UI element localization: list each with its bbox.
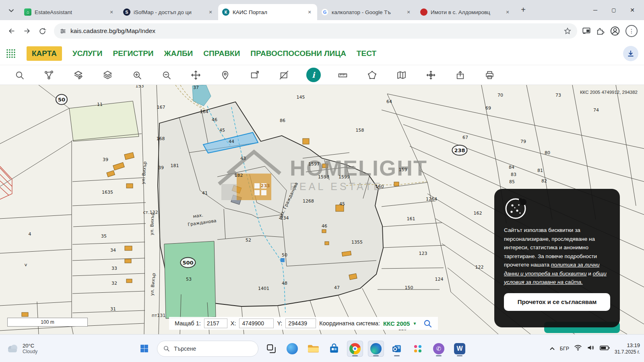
- tab-title: iSofMap - достъп до ци: [134, 9, 204, 15]
- parcel-label: 85: [509, 179, 515, 184]
- battery-icon[interactable]: [600, 345, 610, 352]
- measure-length-tool-button[interactable]: [328, 65, 357, 85]
- tab-search-button[interactable]: [6, 5, 17, 16]
- nav-item-0[interactable]: КАРТА: [27, 46, 62, 61]
- parcel-label: 67: [462, 135, 468, 140]
- start-button[interactable]: [136, 341, 152, 357]
- nav-item-2[interactable]: РЕГИСТРИ: [113, 49, 154, 58]
- zoom-in-icon: [132, 70, 142, 80]
- parcel-label: 47: [334, 285, 340, 290]
- zoom-out-icon: [161, 70, 171, 80]
- outlook-icon[interactable]: [389, 341, 405, 357]
- parcel-label: 238: [452, 145, 467, 156]
- profile-avatar[interactable]: [609, 25, 621, 37]
- tray-chevron-up-icon[interactable]: [549, 345, 555, 352]
- cookie-text-segment: и: [587, 271, 593, 277]
- clear-selection-tool-button[interactable]: [269, 65, 299, 85]
- y-coordinate-input[interactable]: [285, 319, 316, 328]
- power-platform-icon[interactable]: [410, 341, 426, 357]
- parcel-label: 1401: [258, 286, 269, 291]
- layers-tool-button[interactable]: [93, 65, 122, 85]
- search-tool-button[interactable]: [5, 65, 34, 85]
- tab-close-icon[interactable]: ✕: [207, 8, 214, 16]
- parcel-label: 181: [171, 163, 179, 168]
- file-explorer-icon[interactable]: [305, 341, 321, 357]
- crs-select[interactable]: ККС 2005 ▼: [383, 320, 417, 327]
- zoom-in-tool-button[interactable]: [122, 65, 152, 85]
- task-view-icon[interactable]: [263, 341, 279, 357]
- location-tool-button[interactable]: [211, 65, 240, 85]
- browser-menu-button[interactable]: ⋮: [625, 25, 638, 37]
- chrome-icon[interactable]: [347, 341, 363, 357]
- browser-tab[interactable]: ККАИС Портал✕: [218, 4, 317, 20]
- reload-button[interactable]: [35, 24, 49, 38]
- nav-item-3[interactable]: ЖАЛБИ: [164, 49, 193, 58]
- forward-button[interactable]: [20, 24, 34, 38]
- parcel-label: 1264: [426, 197, 437, 202]
- new-tab-button[interactable]: +: [518, 4, 529, 15]
- tab-title: калколатор - Google Тъ: [332, 9, 402, 15]
- bookmark-star-icon[interactable]: [564, 27, 572, 35]
- browser-tab[interactable]: ⌂EstateAssistant✕: [20, 4, 119, 20]
- tab-close-icon[interactable]: ✕: [504, 8, 511, 16]
- search-icon: [423, 319, 432, 328]
- taskbar-weather-widget[interactable]: 20°C Cloudy: [6, 335, 37, 362]
- info-tool-button[interactable]: i: [299, 65, 328, 85]
- back-arrow-icon: [8, 27, 16, 35]
- nav-item-5[interactable]: ПРАВОСПОСОБНИ ЛИЦА: [250, 49, 346, 58]
- edge-icon[interactable]: [368, 341, 384, 357]
- nav-item-6[interactable]: ТЕСТ: [357, 49, 376, 58]
- close-button[interactable]: ✕: [623, 0, 642, 20]
- cookie-accept-button[interactable]: Прочетох и се съгласявам: [504, 293, 610, 311]
- select-rect-tool-button[interactable]: [240, 65, 269, 85]
- export-tool-button[interactable]: [446, 65, 475, 85]
- parcel-label: 35: [101, 234, 107, 239]
- print-tool-button[interactable]: [475, 65, 504, 85]
- tab-close-icon[interactable]: ✕: [108, 8, 115, 16]
- browser-tab[interactable]: SiSofMap - достъп до ци✕: [119, 4, 218, 20]
- copilot-icon[interactable]: [284, 341, 300, 357]
- back-button[interactable]: [5, 24, 19, 38]
- status-search-button[interactable]: [423, 319, 432, 328]
- minimize-button[interactable]: ─: [586, 0, 605, 20]
- zoom-out-tool-button[interactable]: [152, 65, 181, 85]
- viber-icon[interactable]: ✆: [431, 341, 447, 357]
- parcel-label: 158: [356, 128, 364, 133]
- route-icon: [44, 70, 54, 80]
- tab-close-icon[interactable]: ✕: [306, 8, 313, 16]
- crosshair-tool-button[interactable]: [416, 65, 446, 85]
- taskbar-clock[interactable]: 13:19 31.7.2025 г.: [615, 342, 640, 356]
- parcel-label: 46: [322, 223, 327, 229]
- layers-edit-tool-button[interactable]: [64, 65, 93, 85]
- x-coordinate-input[interactable]: [239, 319, 274, 328]
- map-canvas[interactable]: HOMELIGHT REAL ESTATE 501116737164464544…: [0, 85, 644, 334]
- cast-icon[interactable]: [582, 27, 591, 35]
- nav-item-4[interactable]: СПРАВКИ: [203, 49, 240, 58]
- map-sheet-tool-button[interactable]: [387, 65, 416, 85]
- parcel-label: 1355: [351, 240, 363, 245]
- browser-tab[interactable]: Имоти в с. Алдомировц✕: [416, 4, 515, 20]
- tab-close-icon[interactable]: ✕: [405, 8, 412, 16]
- parcel-label: 83: [511, 172, 516, 177]
- wifi-icon[interactable]: [574, 344, 582, 353]
- pan-tool-button[interactable]: [181, 65, 211, 85]
- store-icon[interactable]: [326, 341, 342, 357]
- url-bar[interactable]: kais.cadastre.bg/bg/Map/Index: [54, 23, 577, 39]
- apps-grid-icon[interactable]: [6, 48, 16, 59]
- crs-value: ККС 2005: [383, 320, 410, 327]
- extensions-icon[interactable]: [596, 27, 605, 35]
- taskbar-search-box[interactable]: Търсене: [157, 341, 258, 357]
- maximize-button[interactable]: ▢: [605, 0, 623, 20]
- measure-area-tool-button[interactable]: [357, 65, 387, 85]
- word-icon[interactable]: W: [452, 341, 468, 357]
- layers-icon: [103, 70, 113, 80]
- browser-tab[interactable]: Gкалколатор - Google Тъ✕: [317, 4, 416, 20]
- keyboard-language-indicator[interactable]: БГР: [560, 346, 569, 352]
- download-button[interactable]: [623, 46, 638, 61]
- nav-item-1[interactable]: УСЛУГИ: [72, 49, 103, 58]
- volume-icon[interactable]: [587, 344, 595, 353]
- scale-input[interactable]: [204, 319, 227, 328]
- parcel-label: 74: [593, 108, 599, 113]
- location-icon: [220, 70, 230, 80]
- route-tool-button[interactable]: [34, 65, 64, 85]
